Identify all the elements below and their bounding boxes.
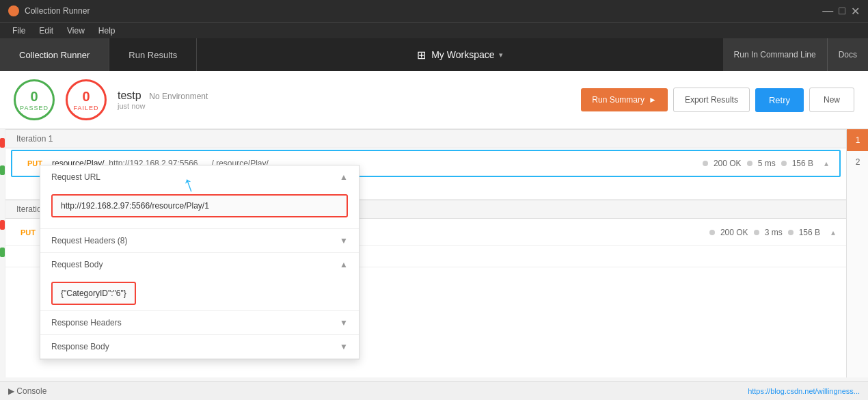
request-url-content: http://192.168.2.97:5566/resource/Play/1 — [40, 189, 359, 228]
status-code-1: 200 OK — [714, 159, 742, 168]
request-body-chevron: ▲ — [340, 260, 348, 269]
status-info-1: 200 OK 5 ms 156 B ▴ — [703, 159, 828, 168]
console-bar: ▶ Console https://blog.csdn.net/willingn… — [0, 381, 868, 400]
expand-arrow-2[interactable]: ▴ — [831, 228, 835, 237]
method-put-2: PUT — [16, 227, 40, 238]
environment-label: No Environment — [149, 92, 208, 101]
menu-edit[interactable]: Edit — [32, 23, 60, 38]
retry-button[interactable]: Retry — [755, 88, 804, 112]
results-area: Iteration 1 PUT resource/Play/ http://19… — [0, 129, 868, 377]
side-num-1[interactable]: 1 — [847, 129, 868, 151]
failed-count: 0 — [82, 89, 90, 105]
passed-circle: 0 PASSED — [14, 79, 55, 120]
collection-name: testp — [118, 90, 141, 101]
window-controls[interactable]: — □ ✕ — [822, 5, 860, 18]
request-body-title: Request Body — [51, 260, 103, 269]
response-body-section: Response Body ▼ — [40, 335, 359, 359]
iteration-1-header: Iteration 1 — [5, 129, 846, 148]
results-main: Iteration 1 PUT resource/Play/ http://19… — [5, 129, 846, 377]
stats-bar: 0 PASSED 0 FAILED testp No Environment j… — [0, 71, 868, 129]
docs-button[interactable]: Docs — [827, 38, 868, 71]
nav-actions: Run In Command Line Docs — [723, 38, 868, 71]
response-headers-title: Response Headers — [51, 318, 122, 328]
response-headers-chevron: ▼ — [340, 318, 348, 328]
failed-label: FAILED — [73, 105, 98, 111]
run-in-command-line-button[interactable]: Run In Command Line — [723, 38, 827, 71]
collection-info: testp No Environment just now — [118, 90, 208, 110]
request-body-content: {"CategoryID":"6"} — [40, 276, 359, 310]
response-body-chevron: ▼ — [340, 342, 348, 351]
request-details-panel: Request URL ▲ http://192.168.2.97:5566/r… — [40, 165, 360, 360]
tab-collection-runner[interactable]: Collection Runner — [0, 38, 109, 71]
response-time-2: 3 ms — [765, 228, 783, 237]
console-link[interactable]: https://blog.csdn.net/willingness... — [748, 387, 860, 395]
status-code-2: 200 OK — [720, 228, 748, 237]
status-info-2: 200 OK 3 ms 156 B ▴ — [709, 228, 835, 237]
status-bar-item-2 — [0, 157, 5, 184]
response-headers-header[interactable]: Response Headers ▼ — [40, 311, 359, 334]
response-body-title: Response Body — [51, 342, 109, 351]
workspace-label: My Workspace — [431, 49, 494, 60]
failed-circle: 0 FAILED — [66, 79, 107, 120]
request-url-title: Request URL — [51, 172, 100, 182]
status-dot-red-1 — [0, 138, 5, 148]
run-summary-button[interactable]: Run Summary ► — [581, 88, 668, 111]
workspace-icon: ⊞ — [417, 49, 426, 62]
status-dot-green-2 — [0, 248, 5, 257]
workspace-selector[interactable]: ⊞ My Workspace ▾ — [197, 49, 722, 62]
title-bar: Collection Runner — □ ✕ — [0, 0, 868, 22]
status-dot-green-1 — [0, 165, 5, 175]
new-button[interactable]: New — [809, 88, 854, 112]
response-headers-section: Response Headers ▼ — [40, 311, 359, 335]
app-icon — [8, 5, 19, 16]
request-body-section: Request Body ▲ {"CategoryID":"6"} — [40, 253, 359, 311]
status-dot-red-2 — [0, 220, 5, 230]
status-bar-item-1 — [0, 129, 5, 157]
expand-arrow-1[interactable]: ▴ — [824, 159, 828, 168]
status-dot-1 — [703, 161, 708, 166]
request-url-value: http://192.168.2.97:5566/resource/Play/1 — [51, 194, 348, 217]
maximize-button[interactable]: □ — [839, 5, 845, 18]
export-results-button[interactable]: Export Results — [673, 88, 750, 112]
passed-label: PASSED — [20, 105, 49, 111]
console-label[interactable]: Console — [16, 386, 46, 396]
workspace-chevron: ▾ — [499, 51, 503, 59]
request-body-header[interactable]: Request Body ▲ — [40, 253, 359, 276]
app-title: Collection Runner — [25, 6, 822, 16]
passed-count: 0 — [30, 89, 38, 105]
size-dot-2 — [788, 230, 794, 235]
request-headers-title: Request Headers (8) — [51, 236, 127, 245]
request-body-value: {"CategoryID":"6"} — [51, 282, 136, 305]
nav-bar: Collection Runner Run Results ⊞ My Works… — [0, 38, 868, 71]
menu-help[interactable]: Help — [92, 23, 122, 38]
request-url-section: Request URL ▲ http://192.168.2.97:5566/r… — [40, 165, 359, 229]
response-time-1: 5 ms — [758, 159, 776, 168]
close-button[interactable]: ✕ — [851, 5, 860, 18]
side-panel: 1 2 — [846, 129, 868, 377]
left-status-bar — [0, 129, 5, 377]
status-bar-item-4 — [0, 239, 5, 266]
size-dot-1 — [781, 161, 787, 166]
request-headers-header[interactable]: Request Headers (8) ▼ — [40, 229, 359, 252]
time-dot-1 — [747, 161, 752, 166]
response-size-1: 156 B — [792, 159, 813, 168]
status-dot-2 — [709, 230, 715, 235]
request-url-chevron: ▲ — [340, 172, 348, 182]
console-icon: ▶ — [8, 386, 14, 396]
response-size-2: 156 B — [799, 228, 820, 237]
minimize-button[interactable]: — — [822, 5, 833, 18]
side-num-2[interactable]: 2 — [847, 151, 868, 173]
tab-run-results[interactable]: Run Results — [109, 38, 197, 71]
menu-bar: File Edit View Help — [0, 22, 868, 38]
request-headers-chevron: ▼ — [340, 236, 348, 245]
main-content: 0 PASSED 0 FAILED testp No Environment j… — [0, 71, 868, 381]
menu-view[interactable]: View — [60, 23, 92, 38]
run-time: just now — [118, 102, 208, 110]
response-body-header[interactable]: Response Body ▼ — [40, 335, 359, 358]
action-buttons: Run Summary ► Export Results Retry New — [581, 88, 854, 112]
menu-file[interactable]: File — [5, 23, 32, 38]
run-summary-arrow: ► — [649, 95, 657, 105]
request-url-header[interactable]: Request URL ▲ — [40, 165, 359, 189]
request-headers-section: Request Headers (8) ▼ — [40, 229, 359, 253]
status-bar-item-3 — [0, 211, 5, 239]
